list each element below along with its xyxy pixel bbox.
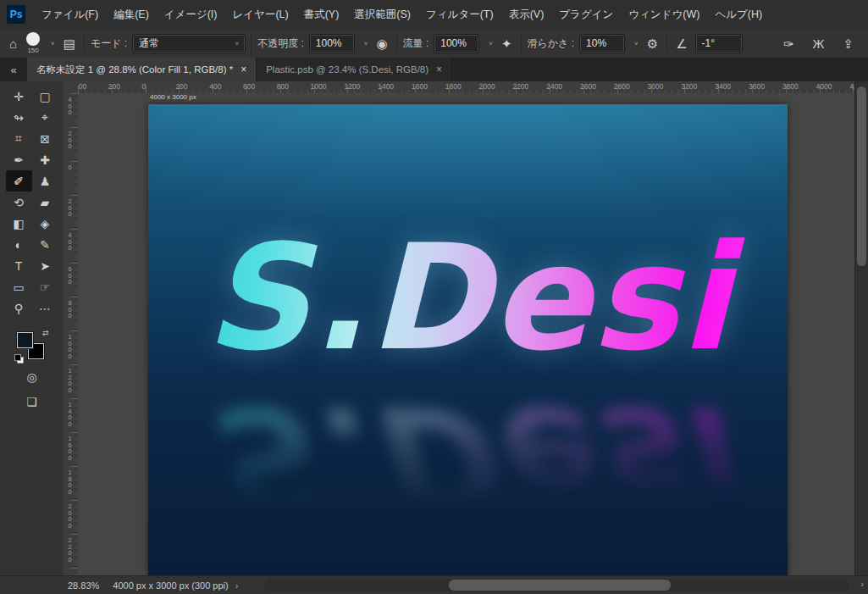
horizontal-scrollbar[interactable] (264, 579, 849, 591)
menu-item[interactable]: 編集(E) (106, 1, 157, 29)
status-chevron-icon[interactable]: › (235, 580, 239, 591)
edit-toolbar-icon[interactable]: ⋯ (32, 297, 58, 319)
brush-tip-preview (26, 32, 40, 46)
menu-item[interactable]: ヘルプ(H) (707, 1, 770, 29)
ruler-label: 400 (209, 82, 221, 91)
photoshop-logo: Ps (7, 5, 25, 24)
menu-item[interactable]: フィルター(T) (418, 1, 501, 29)
brush-size-value: 150 (27, 47, 38, 54)
separator (251, 34, 252, 53)
screen-mode-icon[interactable]: ❏ (19, 391, 45, 412)
history-brush-tool[interactable]: ⟲ (6, 192, 32, 213)
share-icon[interactable]: ⇪ (840, 37, 856, 50)
brush-angle-value: -1° (702, 37, 715, 49)
gradient-tool[interactable]: ◧ (6, 213, 32, 234)
pressure-size-icon[interactable]: ✑ (781, 37, 797, 50)
photoshop-window: Ps ファイル(F)編集(E)イメージ(I)レイヤー(L)書式(Y)選択範囲(S… (0, 0, 868, 594)
opacity-value: 100% (316, 37, 342, 49)
scroll-right-icon[interactable]: › (860, 579, 864, 589)
frame-tool[interactable]: ⊠ (32, 128, 58, 149)
menu-item[interactable]: ウィンドウ(W) (621, 1, 707, 29)
ruler-label: 200 (175, 82, 187, 91)
tab-bar: « 名称未設定 1 @ 28.8% (Color Fill 1, RGB/8) … (0, 58, 868, 81)
ruler-label: 400 (78, 82, 86, 91)
chevron-down-icon[interactable]: ˅ (634, 40, 639, 47)
menu-item[interactable]: イメージ(I) (157, 1, 225, 29)
ruler-label: 0 (64, 164, 76, 171)
mode-label: モード : (91, 36, 127, 51)
ruler-label: 600 (243, 82, 255, 91)
crop-tool[interactable]: ⌗ (6, 128, 32, 149)
ruler-vertical[interactable]: 4002000200400600800100012001400160018002… (64, 93, 79, 576)
pressure-opacity-icon[interactable]: ◉ (374, 37, 390, 50)
opacity-input[interactable]: 100% (310, 35, 354, 53)
chevron-down-icon[interactable]: ˅ (364, 40, 368, 47)
vertical-scrollbar[interactable] (854, 81, 868, 576)
home-icon[interactable]: ⌂ (7, 37, 19, 50)
zoom-tool[interactable]: ⚲ (6, 297, 32, 319)
default-colors-icon[interactable] (14, 354, 24, 364)
menu-item[interactable]: 書式(Y) (296, 1, 347, 29)
brush-settings-panel-icon[interactable]: ▤ (61, 37, 78, 50)
move-tool[interactable]: ✛ (6, 86, 32, 107)
menu-item[interactable]: レイヤー(L) (225, 1, 296, 29)
document-tab[interactable]: Plastic.psb @ 23.4% (S.Desi, RGB/8)× (257, 58, 452, 81)
eraser-tool[interactable]: ▰ (32, 192, 58, 213)
document-tab[interactable]: 名称未設定 1 @ 28.8% (Color Fill 1, RGB/8) *× (27, 58, 257, 81)
ruler-label: 2000 (479, 82, 495, 91)
pen-tool[interactable]: ✎ (32, 234, 58, 255)
horizontal-scrollbar-thumb[interactable] (449, 580, 671, 591)
chevron-down-icon[interactable]: ˅ (51, 40, 55, 47)
paint-symmetry-icon[interactable]: Ж (810, 37, 827, 50)
brush-preset-picker[interactable]: 150 (26, 32, 40, 54)
ruler-label: 1000 (311, 82, 327, 91)
tab-close-icon[interactable]: × (436, 64, 442, 75)
zoom-level[interactable]: 28.83% (68, 580, 99, 591)
hand-tool[interactable]: ☞ (32, 276, 58, 297)
chevron-down-icon[interactable]: ˅ (489, 40, 493, 47)
eyedropper-tool[interactable]: ✒ (6, 149, 32, 170)
opacity-label: 不透明度 : (257, 36, 304, 51)
smoothing-value: 10% (586, 37, 606, 49)
menu-item[interactable]: ファイル(F) (34, 1, 106, 29)
ruler-horizontal[interactable]: 4002000200400600800100012001400160018002… (78, 81, 855, 94)
ruler-label: 400 (64, 232, 76, 252)
quick-mask-icon[interactable]: ◎ (19, 366, 45, 387)
rectangle-tool[interactable]: ▭ (6, 276, 32, 297)
swap-colors-icon[interactable]: ⇄ (42, 329, 49, 337)
smoothing-label: 滑らかさ : (528, 36, 575, 51)
separator (521, 34, 522, 53)
tools-extra: ◎❏ (0, 366, 64, 412)
ruler-label: 1000 (64, 334, 76, 359)
tab-close-icon[interactable]: × (240, 64, 246, 75)
tab-strip: 名称未設定 1 @ 28.8% (Color Fill 1, RGB/8) *×… (27, 58, 452, 81)
foreground-swatch[interactable] (17, 332, 33, 348)
lasso-tool[interactable]: ↬ (6, 107, 32, 128)
menu-item[interactable]: 選択範囲(S) (346, 1, 418, 29)
collapse-panels-icon[interactable]: « (0, 58, 27, 81)
healing-brush-tool[interactable]: ✚ (32, 149, 58, 170)
smoothing-options-gear-icon[interactable]: ⚙ (644, 37, 661, 50)
marquee-tool[interactable]: ▢ (32, 86, 58, 107)
object-selection-tool[interactable]: ⌖ (32, 107, 58, 128)
type-tool[interactable]: T (6, 255, 32, 276)
brush-tool[interactable]: ✐ (6, 170, 32, 192)
path-selection-tool[interactable]: ➤ (32, 255, 58, 276)
blur-tool[interactable]: ◈ (32, 213, 58, 234)
menu-item[interactable]: 表示(V) (501, 1, 552, 29)
ruler-label: 2200 (512, 82, 528, 91)
menu-item[interactable]: プラグイン (551, 1, 621, 29)
vertical-scrollbar-thumb[interactable] (857, 86, 866, 266)
document-canvas[interactable]: S.Desi S.Desi (148, 104, 788, 576)
ruler-label: 1600 (412, 82, 428, 91)
airbrush-icon[interactable]: ✦ (499, 37, 515, 50)
clone-stamp-tool[interactable]: ♟ (32, 170, 58, 192)
flow-input[interactable]: 100% (434, 35, 478, 53)
color-swatches: ⇄ (14, 329, 50, 364)
brush-angle-input[interactable]: -1° (696, 35, 742, 53)
smoothing-input[interactable]: 10% (580, 35, 624, 53)
mode-select[interactable]: 通常 ˅ (133, 35, 245, 53)
status-bar: 28.83% 4000 px x 3000 px (300 ppi) › › (0, 575, 868, 594)
dodge-tool[interactable]: ◐ (6, 234, 32, 255)
ruler-label: 200 (108, 82, 120, 91)
